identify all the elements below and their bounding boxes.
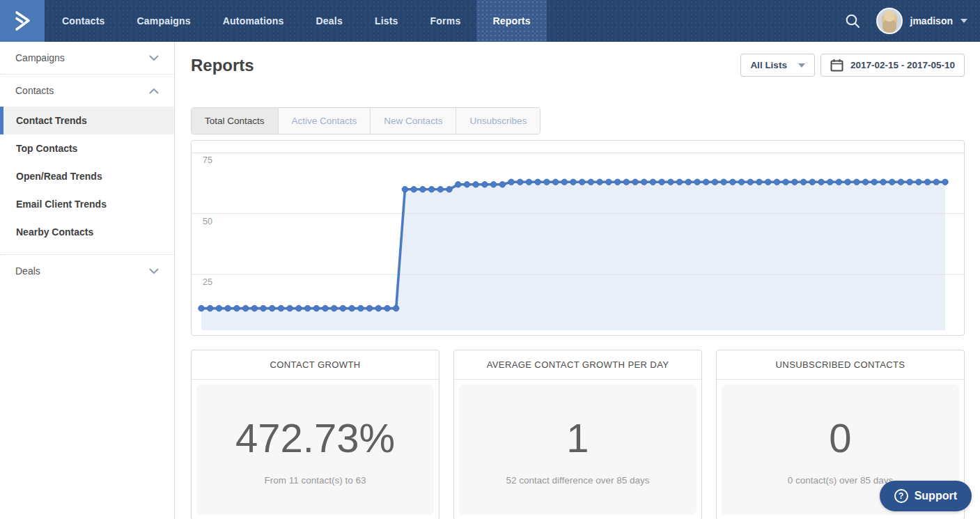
- stat-card-contact-growth: CONTACT GROWTH 472.73% From 11 contact(s…: [191, 350, 440, 519]
- nav-item-contacts[interactable]: Contacts: [46, 0, 121, 42]
- main-content: Reports All Lists 2017-02-15 - 2017-05-1…: [175, 42, 980, 519]
- date-range-picker[interactable]: 2017-02-15 - 2017-05-10: [820, 54, 965, 77]
- app-logo[interactable]: [0, 0, 45, 42]
- nav-item-deals[interactable]: Deals: [300, 0, 359, 42]
- tab-unsubscribes[interactable]: Unsubscribes: [456, 108, 540, 134]
- navbar-right: jmadison: [845, 0, 980, 42]
- logo-chevron-icon: [10, 9, 34, 33]
- chevron-up-icon: [149, 88, 159, 94]
- svg-text:75: 75: [203, 155, 212, 165]
- sidebar-item-open-read-trends[interactable]: Open/Read Trends: [0, 162, 174, 190]
- sidebar-spacer: [0, 246, 174, 254]
- page-title: Reports: [191, 56, 254, 75]
- tab-total-contacts[interactable]: Total Contacts: [192, 108, 279, 134]
- tab-active-contacts[interactable]: Active Contacts: [279, 108, 371, 134]
- sidebar-section-contacts[interactable]: Contacts: [0, 75, 174, 107]
- sidebar-item-email-client-trends[interactable]: Email Client Trends: [0, 190, 174, 218]
- search-icon: [845, 13, 861, 29]
- nav-item-reports[interactable]: Reports: [476, 0, 546, 42]
- stat-card-body: 472.73% From 11 contact(s) to 63: [196, 385, 434, 515]
- stat-card-value: 1: [566, 415, 589, 461]
- page-header: Reports All Lists 2017-02-15 - 2017-05-1…: [191, 54, 965, 77]
- stat-cards-row: CONTACT GROWTH 472.73% From 11 contact(s…: [191, 350, 965, 519]
- stat-card-value: 0: [829, 415, 851, 461]
- caret-down-icon: [798, 63, 805, 68]
- chevron-down-icon: [149, 268, 159, 274]
- sidebar-section-label: Campaigns: [15, 52, 65, 63]
- svg-text:25: 25: [203, 277, 212, 287]
- nav-item-forms[interactable]: Forms: [414, 0, 477, 42]
- svg-text:50: 50: [203, 217, 212, 226]
- primary-nav: Contacts Campaigns Automations Deals Lis…: [46, 0, 547, 42]
- list-filter-dropdown[interactable]: All Lists: [740, 54, 815, 77]
- reports-sidebar: Campaigns Contacts Contact Trends Top Co…: [0, 42, 175, 519]
- report-controls: All Lists 2017-02-15 - 2017-05-10: [740, 54, 965, 77]
- nav-item-automations[interactable]: Automations: [207, 0, 300, 42]
- stat-card-title: UNSUBSCRIBED CONTACTS: [717, 350, 964, 380]
- nav-item-lists[interactable]: Lists: [359, 0, 414, 42]
- user-name: jmadison: [910, 15, 953, 26]
- list-filter-value: All Lists: [750, 60, 787, 70]
- tab-new-contacts[interactable]: New Contacts: [371, 108, 456, 134]
- stat-card-value: 472.73%: [235, 415, 395, 461]
- stat-card-subtitle: From 11 contact(s) to 63: [264, 475, 366, 486]
- sidebar-item-nearby-contacts[interactable]: Nearby Contacts: [0, 218, 174, 246]
- support-label: Support: [915, 490, 957, 502]
- support-button[interactable]: ? Support: [880, 481, 972, 511]
- top-navbar: Contacts Campaigns Automations Deals Lis…: [0, 0, 980, 42]
- contacts-report-tabs: Total Contacts Active Contacts New Conta…: [191, 107, 540, 134]
- chevron-down-icon: [149, 55, 159, 61]
- sidebar-section-label: Contacts: [15, 85, 54, 96]
- sidebar-item-top-contacts[interactable]: Top Contacts: [0, 134, 174, 162]
- contacts-line-chart: 255075: [192, 141, 964, 335]
- caret-down-icon: [960, 19, 967, 23]
- stat-card-subtitle: 0 contact(s) over 85 days: [788, 475, 894, 486]
- stat-card-subtitle: 52 contact difference over 85 days: [506, 475, 649, 486]
- nav-item-campaigns[interactable]: Campaigns: [121, 0, 207, 42]
- sidebar-item-contact-trends[interactable]: Contact Trends: [0, 107, 174, 134]
- stat-card-average-growth: AVERAGE CONTACT GROWTH PER DAY 1 52 cont…: [453, 350, 702, 519]
- date-range-value: 2017-02-15 - 2017-05-10: [850, 60, 955, 70]
- user-menu[interactable]: jmadison: [876, 8, 967, 34]
- stat-card-title: AVERAGE CONTACT GROWTH PER DAY: [454, 350, 701, 380]
- stat-card-body: 1 52 contact difference over 85 days: [459, 385, 697, 515]
- stat-card-title: CONTACT GROWTH: [192, 350, 439, 380]
- question-circle-icon: ?: [894, 489, 908, 503]
- sidebar-section-deals[interactable]: Deals: [0, 255, 174, 287]
- sidebar-section-campaigns[interactable]: Campaigns: [0, 42, 174, 74]
- calendar-icon: [830, 59, 843, 72]
- contact-trends-chart-card: 255075: [191, 140, 965, 336]
- avatar: [876, 8, 903, 34]
- sidebar-section-label: Deals: [15, 265, 40, 277]
- search-button[interactable]: [845, 13, 861, 29]
